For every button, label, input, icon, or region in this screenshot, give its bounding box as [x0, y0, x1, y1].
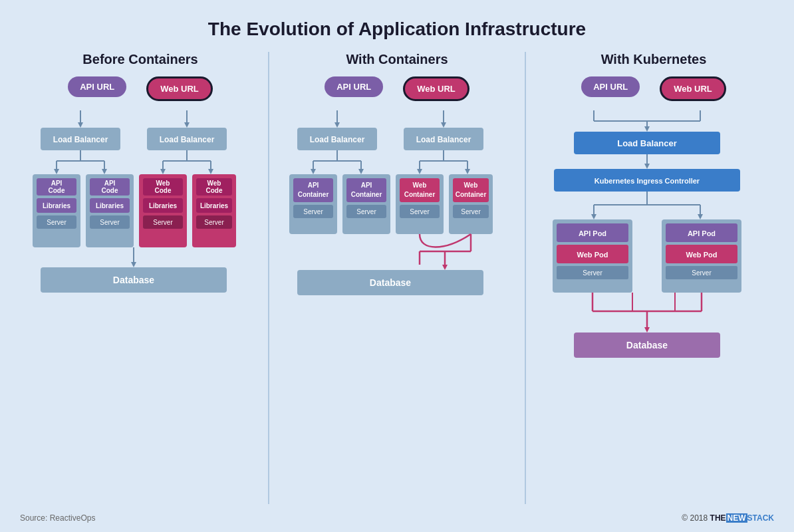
svg-text:API: API: [361, 182, 372, 189]
svg-text:Load Balancer: Load Balancer: [160, 135, 215, 144]
containers-url-row: API URL Web URL: [284, 76, 510, 101]
svg-text:Server: Server: [204, 219, 224, 226]
containers-api-url: API URL: [325, 76, 383, 97]
svg-text:Web: Web: [207, 180, 221, 187]
svg-text:Server: Server: [303, 208, 323, 215]
divider-2: [525, 52, 526, 504]
with-containers-diagram: Load Balancer Load Balancer API Containe…: [284, 105, 510, 438]
main-title: The Evolution of Application Infrastruct…: [0, 0, 794, 52]
svg-text:Container: Container: [456, 191, 487, 198]
footer-year: © 2018: [682, 513, 708, 523]
svg-marker-1: [78, 122, 83, 128]
svg-marker-53: [131, 262, 136, 267]
svg-marker-68: [311, 169, 316, 174]
before-api-url: API URL: [68, 76, 126, 97]
svg-marker-18: [160, 169, 166, 174]
svg-text:Container: Container: [351, 191, 382, 198]
svg-text:Server: Server: [461, 208, 481, 215]
svg-marker-12: [54, 169, 59, 174]
before-containers-section: Before Containers API URL Web URL Load B…: [27, 52, 253, 438]
svg-marker-3: [184, 122, 190, 128]
svg-text:Kubernetes Ingress Controller: Kubernetes Ingress Controller: [595, 177, 700, 185]
svg-text:Libraries: Libraries: [96, 202, 124, 209]
svg-marker-69: [358, 169, 364, 174]
svg-marker-74: [417, 169, 422, 174]
svg-text:Load Balancer: Load Balancer: [310, 135, 365, 144]
svg-text:Server: Server: [47, 219, 66, 226]
svg-text:Web Pod: Web Pod: [577, 251, 608, 259]
svg-text:API Pod: API Pod: [688, 229, 716, 237]
svg-text:Load Balancer: Load Balancer: [617, 138, 677, 148]
svg-text:API: API: [104, 180, 116, 187]
footer-brand: © 2018 THENEWSTACK: [682, 513, 774, 523]
svg-text:Server: Server: [356, 208, 376, 215]
svg-text:Libraries: Libraries: [200, 202, 229, 209]
with-kubernetes-diagram: Load Balancer Kubernetes Ingress Control…: [541, 105, 767, 458]
svg-marker-75: [465, 169, 470, 174]
svg-text:Server: Server: [583, 269, 602, 277]
svg-text:Server: Server: [100, 219, 120, 226]
the-new-stack-brand: THENEWSTACK: [710, 513, 774, 523]
kubernetes-web-url: Web URL: [660, 76, 726, 101]
svg-text:Code: Code: [206, 187, 223, 194]
before-containers-heading: Before Containers: [82, 52, 198, 67]
svg-text:Container: Container: [404, 191, 436, 198]
with-containers-section: With Containers API URL Web URL Load Bal…: [284, 52, 510, 438]
svg-text:API: API: [308, 182, 319, 189]
footer-source: Source: ReactiveOps: [20, 513, 95, 523]
containers-web-url: Web URL: [403, 76, 469, 101]
svg-text:Database: Database: [370, 277, 411, 288]
svg-text:API: API: [51, 180, 63, 187]
kubernetes-api-url: API URL: [581, 76, 640, 97]
svg-text:Server: Server: [410, 208, 430, 215]
svg-text:Server: Server: [153, 219, 173, 226]
with-kubernetes-section: With Kubernetes API URL Web URL Load Bal…: [541, 52, 767, 458]
svg-text:Web: Web: [464, 182, 478, 189]
svg-text:Load Balancer: Load Balancer: [53, 135, 108, 144]
svg-text:Libraries: Libraries: [149, 202, 178, 209]
svg-marker-19: [208, 169, 213, 174]
svg-text:Code: Code: [155, 187, 172, 194]
svg-text:Load Balancer: Load Balancer: [416, 135, 471, 144]
before-url-row: API URL Web URL: [27, 76, 253, 101]
svg-text:Database: Database: [626, 340, 668, 350]
svg-marker-59: [441, 122, 446, 128]
svg-text:Code: Code: [102, 187, 118, 194]
svg-marker-111: [644, 126, 650, 132]
svg-text:Web Pod: Web Pod: [686, 251, 718, 259]
svg-marker-57: [334, 122, 340, 128]
svg-text:Code: Code: [49, 187, 65, 194]
divider-1: [268, 52, 269, 504]
svg-marker-104: [442, 265, 448, 270]
before-containers-diagram: Load Balancer Load Balancer API Code: [27, 105, 253, 438]
svg-text:Web: Web: [413, 182, 427, 189]
svg-marker-142: [644, 327, 650, 332]
svg-text:Web: Web: [156, 180, 170, 187]
svg-text:Database: Database: [113, 275, 154, 285]
svg-marker-123: [698, 214, 703, 219]
with-containers-heading: With Containers: [346, 52, 448, 67]
with-kubernetes-heading: With Kubernetes: [601, 52, 707, 67]
svg-marker-115: [644, 164, 650, 169]
svg-text:Server: Server: [692, 269, 712, 277]
svg-text:Libraries: Libraries: [43, 202, 71, 209]
svg-marker-13: [102, 169, 107, 174]
svg-marker-122: [591, 214, 596, 219]
svg-text:API Pod: API Pod: [579, 229, 606, 237]
svg-text:Container: Container: [298, 191, 329, 198]
kubernetes-url-row: API URL Web URL: [541, 76, 767, 101]
before-web-url: Web URL: [146, 76, 213, 101]
